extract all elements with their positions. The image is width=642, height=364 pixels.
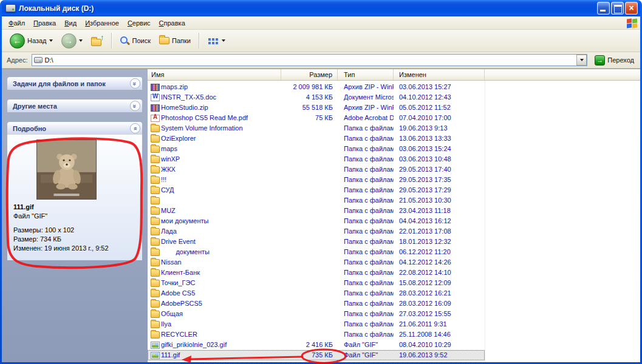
file-row[interactable]: INSTR_TX-X5.doc4 153 КБДокумент Microsof…: [148, 92, 485, 103]
column-header-filler: [485, 69, 640, 80]
file-size: [281, 329, 338, 340]
details-modified: Изменен: 19 июня 2013 г., 9:52: [13, 244, 136, 252]
toolbar-separator: [111, 33, 112, 49]
file-row[interactable]: winXPПапка с файлами03.06.2013 10:48: [148, 154, 485, 164]
folder-icon: [151, 269, 160, 277]
file-row[interactable]: ЛадаПапка с файлами22.01.2013 17:08: [148, 226, 485, 237]
file-size: 2 009 981 КБ: [281, 82, 338, 92]
file-row[interactable]: Drive EventПапка с файлами18.01.2013 12:…: [148, 237, 485, 247]
back-button[interactable]: ← Назад: [7, 32, 56, 50]
file-row[interactable]: Точки_ГЭСПапка с файлами15.08.2012 12:09: [148, 278, 485, 288]
file-name: HomeStudio.zip: [161, 103, 208, 113]
file-size: [281, 164, 338, 175]
window-body: ФайлПравкаВидИзбранноеСервисСправка ← На…: [2, 16, 640, 362]
file-row[interactable]: документыПапка с файлами06.12.2012 11:20: [148, 247, 485, 257]
file-type: Папка с файлами: [338, 309, 394, 319]
address-value[interactable]: D:\: [45, 56, 575, 64]
forward-button[interactable]: →: [58, 32, 86, 50]
menu-item[interactable]: Справка: [155, 18, 190, 29]
menu-item[interactable]: Сервис: [123, 18, 155, 29]
file-row[interactable]: mapsПапка с файлами03.06.2013 15:24: [148, 144, 485, 154]
back-icon: ←: [10, 33, 25, 49]
chevron-down-icon[interactable]: »: [130, 78, 140, 89]
file-size: [281, 288, 338, 298]
file-name-cell: !!!: [148, 175, 281, 185]
folders-button[interactable]: Папки: [156, 36, 194, 46]
file-row[interactable]: Photoshop CS5 Read Me.pdf75 КБAdobe Acro…: [148, 113, 485, 123]
column-header[interactable]: Размер: [281, 69, 338, 80]
file-row[interactable]: СУДПапка с файлами29.05.2013 17:29: [148, 185, 485, 195]
file-row[interactable]: Adobe CS5Папка с файлами28.03.2012 16:21: [148, 288, 485, 298]
go-button[interactable]: → Переход: [591, 54, 638, 67]
up-button[interactable]: ↑: [88, 34, 106, 47]
file-name: Точки_ГЭС: [161, 278, 195, 288]
file-size: [281, 237, 338, 247]
address-combo[interactable]: D:\: [32, 54, 588, 66]
file-size: [281, 216, 338, 226]
go-label: Переход: [607, 56, 634, 64]
file-row[interactable]: IlyaПапка с файлами21.06.2011 9:31: [148, 319, 485, 329]
chevron-up-icon[interactable]: »: [130, 123, 140, 133]
file-row[interactable]: 111.gif735 КБФайл "GIF"19.06.2013 9:52: [148, 350, 485, 360]
file-type: Архив ZIP - WinRAR: [338, 103, 394, 113]
file-row[interactable]: maps.zip2 009 981 КБАрхив ZIP - WinRAR03…: [148, 82, 485, 92]
file-size: [281, 154, 338, 164]
chevron-down-icon[interactable]: »: [130, 101, 140, 111]
close-button[interactable]: ×: [625, 2, 638, 15]
menu-item[interactable]: Избранное: [81, 18, 123, 29]
file-type: Файл "GIF": [338, 350, 394, 360]
views-dropdown-icon[interactable]: [222, 39, 225, 42]
menu-item[interactable]: Файл: [4, 18, 29, 29]
pane-other-places[interactable]: Другие места »: [7, 99, 142, 112]
file-size: 4 153 КБ: [281, 92, 338, 103]
details-size: Размер: 734 КБ: [13, 235, 136, 243]
views-button[interactable]: [204, 35, 228, 46]
file-name-cell: System Volume Information: [148, 123, 281, 133]
file-name-cell: Adobe CS5: [148, 288, 281, 298]
column-header[interactable]: Изменен: [394, 69, 485, 80]
address-label: Адрес:: [7, 56, 28, 64]
task-pane-sidebar: Задачи для файлов и папок » Другие места…: [2, 69, 148, 362]
back-dropdown-icon[interactable]: [49, 39, 53, 42]
folder-icon: [151, 135, 160, 143]
folder-icon: [151, 166, 160, 174]
file-row[interactable]: мои документыПапка с файлами04.04.2013 1…: [148, 216, 485, 226]
pdf-icon: [151, 115, 160, 122]
menu-item[interactable]: Вид: [60, 18, 81, 29]
minimize-button[interactable]: [597, 2, 610, 15]
pane-title: Другие места: [13, 103, 57, 110]
file-row[interactable]: ОбщаяПапка с файлами27.03.2012 15:55: [148, 309, 485, 319]
address-dropdown-button[interactable]: [576, 55, 587, 66]
search-button[interactable]: Поиск: [117, 35, 154, 47]
file-row[interactable]: RECYCLERПапка с файлами25.11.2008 14:46: [148, 329, 485, 340]
file-row[interactable]: ЖКХПапка с файлами29.05.2013 17:40: [148, 164, 485, 175]
file-row[interactable]: Папка с файлами21.05.2013 10:30: [148, 195, 485, 206]
folder-icon: [151, 249, 160, 256]
file-name: MUZ: [161, 206, 176, 216]
file-row[interactable]: NissanПапка с файлами04.12.2012 14:26: [148, 257, 485, 268]
maximize-button[interactable]: [611, 2, 624, 15]
file-row[interactable]: System Volume InformationПапка с файлами…: [148, 123, 485, 133]
file-name: INSTR_TX-X5.doc: [161, 92, 216, 103]
file-name-cell: INSTR_TX-X5.doc: [148, 92, 281, 103]
file-modified: 29.05.2013 17:35: [394, 175, 485, 185]
file-name: System Volume Information: [161, 123, 243, 133]
column-header[interactable]: Тип: [338, 69, 394, 80]
file-row[interactable]: Клиент-БанкПапка с файлами22.08.2012 14:…: [148, 268, 485, 278]
file-size: [281, 257, 338, 268]
menu-item[interactable]: Правка: [29, 18, 60, 29]
file-row[interactable]: !!!Папка с файлами29.05.2013 17:35: [148, 175, 485, 185]
file-type: Папка с файлами: [338, 278, 394, 288]
pane-details[interactable]: Подробно »: [7, 122, 142, 135]
column-header[interactable]: Имя: [148, 69, 281, 80]
file-row[interactable]: gifki_prikiolnie_023.gif2 416 КБФайл "GI…: [148, 340, 485, 350]
forward-dropdown-icon[interactable]: [79, 39, 83, 42]
file-row[interactable]: HomeStudio.zip55 518 КБАрхив ZIP - WinRA…: [148, 103, 485, 113]
file-row[interactable]: MUZПапка с файлами23.04.2013 11:18: [148, 206, 485, 216]
file-type: Папка с файлами: [338, 164, 394, 175]
folder-icon: [151, 228, 160, 235]
file-row[interactable]: OziExplorerПапка с файлами13.06.2013 13:…: [148, 133, 485, 144]
file-name-cell: OziExplorer: [148, 133, 281, 144]
file-row[interactable]: AdobePSCS5Папка с файлами28.03.2012 16:0…: [148, 298, 485, 309]
pane-file-tasks[interactable]: Задачи для файлов и папок »: [7, 77, 142, 90]
